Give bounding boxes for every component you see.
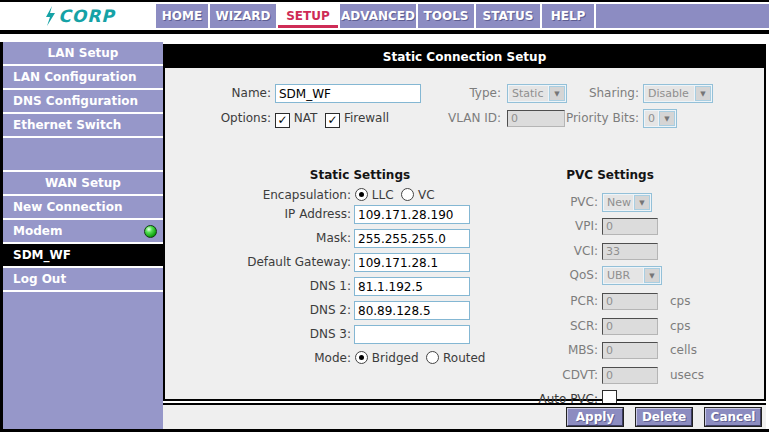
sidebar-item-dns-configuration[interactable]: DNS Configuration <box>3 90 163 112</box>
qos-label: QoS: <box>415 266 598 285</box>
mbs-input <box>602 342 658 359</box>
cdvt-label: CDVT: <box>415 366 598 385</box>
sidebar-item-ethernet-switch[interactable]: Ethernet Switch <box>3 114 163 136</box>
mbs-unit: cells <box>670 341 697 359</box>
sidebar-header-lan-setup: LAN Setup <box>3 42 163 64</box>
sidebar-item-lan-configuration[interactable]: LAN Configuration <box>3 66 163 88</box>
delete-button[interactable]: Delete <box>636 408 692 426</box>
pcr-input <box>602 293 658 310</box>
sidebar-item-label: Modem <box>13 224 62 238</box>
tab-help[interactable]: HELP <box>542 4 596 28</box>
priority-bits-select-value: 0 <box>645 111 658 126</box>
firewall-label: Firewall <box>344 111 389 125</box>
priority-bits-select: 0 ▼ <box>643 109 677 128</box>
dns2-label: DNS 2: <box>165 301 351 320</box>
pcr-label: PCR: <box>415 292 598 311</box>
sidebar-filler <box>3 292 163 429</box>
nav-filler <box>596 4 769 28</box>
options-group: ✓ NAT ✓ Firewall <box>275 109 389 128</box>
logo-box: CORP <box>2 2 156 30</box>
static-connection-setup-panel: Static Connection Setup Name: Type: Stat… <box>163 44 766 401</box>
nat-checkbox[interactable]: ✓ <box>275 113 290 128</box>
vpi-label: VPI: <box>415 217 598 236</box>
default-gateway-label: Default Gateway: <box>165 253 351 272</box>
nat-label: NAT <box>294 111 318 125</box>
llc-label: LLC <box>372 188 394 202</box>
cdvt-unit: usecs <box>670 366 704 384</box>
options-label: Options: <box>185 109 271 128</box>
type-label: Type: <box>415 84 501 103</box>
name-input[interactable] <box>275 84 421 103</box>
sidebar-header-wan-setup: WAN Setup <box>3 172 163 194</box>
tab-advanced[interactable]: ADVANCED <box>340 4 418 28</box>
scr-label: SCR: <box>415 317 598 336</box>
type-select-value: Static <box>509 86 548 101</box>
vpi-input <box>602 218 658 235</box>
dns3-label: DNS 3: <box>165 325 351 344</box>
chevron-down-icon: ▼ <box>695 86 711 101</box>
sidebar-item-new-connection[interactable]: New Connection <box>3 196 163 218</box>
sharing-label: Sharing: <box>573 84 639 103</box>
status-led-icon <box>144 225 157 238</box>
sharing-select: Disable ▼ <box>643 84 713 103</box>
scr-unit: cps <box>670 317 690 335</box>
panel-title: Static Connection Setup <box>165 46 764 68</box>
pvc-settings-title: PVC Settings <box>525 168 695 182</box>
chevron-down-icon: ▼ <box>644 268 660 283</box>
button-strip: Apply Delete Cancel <box>163 403 766 429</box>
firewall-checkbox[interactable]: ✓ <box>325 113 340 128</box>
pvc-select: New ▼ <box>602 193 652 212</box>
tab-wizard[interactable]: WIZARD <box>210 4 278 28</box>
header-divider <box>0 30 769 34</box>
static-settings-title: Static Settings <box>275 168 445 182</box>
cancel-button[interactable]: Cancel <box>705 408 761 426</box>
dns1-label: DNS 1: <box>165 277 351 296</box>
vci-input <box>602 243 658 260</box>
vlan-id-label: VLAN ID: <box>415 109 501 128</box>
sidebar-item-modem[interactable]: Modem <box>3 220 163 242</box>
cdvt-input <box>602 367 658 384</box>
main-nav: HOME WIZARD SETUP ADVANCED TOOLS STATUS … <box>156 2 769 30</box>
pvc-select-value: New <box>604 195 633 210</box>
acorp-logo: CORP <box>43 6 114 26</box>
name-label: Name: <box>185 84 271 103</box>
tab-status[interactable]: STATUS <box>476 4 542 28</box>
sidebar-item-log-out[interactable]: Log Out <box>3 268 163 290</box>
bridged-label: Bridged <box>372 351 419 365</box>
pcr-unit: cps <box>670 292 690 310</box>
bottom-border <box>0 429 769 432</box>
qos-select-value: UBR <box>604 268 643 283</box>
scr-input <box>602 318 658 335</box>
pvc-label: PVC: <box>415 193 598 212</box>
llc-radio[interactable] <box>355 188 368 201</box>
chevron-down-icon: ▼ <box>634 195 650 210</box>
mbs-label: MBS: <box>415 341 598 360</box>
tab-setup[interactable]: SETUP <box>278 4 340 28</box>
mask-label: Mask: <box>165 229 351 248</box>
qos-select: UBR ▼ <box>602 266 662 285</box>
sidebar-spacer <box>3 138 163 170</box>
sidebar: LAN Setup LAN Configuration DNS Configur… <box>0 42 163 429</box>
encapsulation-label: Encapsulation: <box>165 186 351 205</box>
logo-text: CORP <box>58 6 114 26</box>
panel-body: Name: Type: Static ▼ Sharing: Disable ▼ … <box>165 68 764 399</box>
tab-home[interactable]: HOME <box>156 4 210 28</box>
sidebar-item-sdm-wf[interactable]: SDM_WF <box>3 244 163 266</box>
chevron-down-icon: ▼ <box>549 86 565 101</box>
priority-bits-label: Priority Bits: <box>545 109 639 128</box>
router-admin-page: CORP HOME WIZARD SETUP ADVANCED TOOLS ST… <box>0 0 769 434</box>
tab-tools[interactable]: TOOLS <box>418 4 476 28</box>
apply-button[interactable]: Apply <box>567 408 623 426</box>
vc-radio[interactable] <box>401 188 414 201</box>
ip-address-label: IP Address: <box>165 205 351 224</box>
sharing-select-value: Disable <box>645 86 694 101</box>
type-select: Static ▼ <box>507 84 567 103</box>
bridged-radio[interactable] <box>355 351 368 364</box>
vci-label: VCI: <box>415 242 598 261</box>
acorp-bolt-icon <box>43 6 57 26</box>
mode-label: Mode: <box>165 349 351 368</box>
chevron-down-icon: ▼ <box>659 111 675 126</box>
